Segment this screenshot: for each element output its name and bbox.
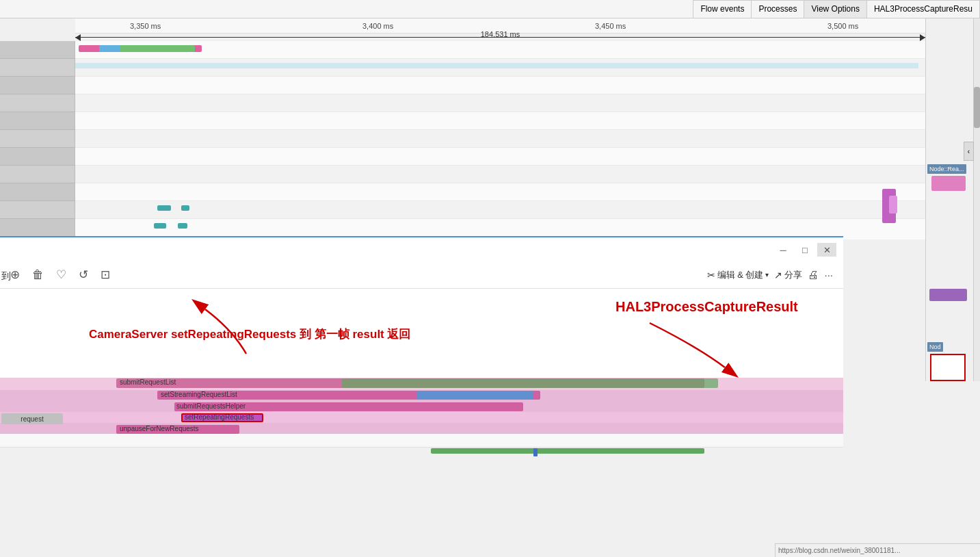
- view-options-button[interactable]: View Options: [804, 0, 866, 18]
- label-submit-helper: submitRequestsHelper: [176, 402, 246, 410]
- timeline-background: [0, 41, 925, 239]
- url-bar: https://blog.csdn.net/weixin_38001181...: [775, 543, 980, 557]
- node-label-2: Nod: [927, 342, 943, 352]
- time-mark-3: 3,450 ms: [595, 22, 626, 30]
- bar-teal-1: [157, 205, 171, 211]
- right-block-pink: [931, 176, 966, 191]
- scrollbar-thumb[interactable]: [974, 87, 980, 128]
- bar-streaming-blue: [417, 391, 533, 400]
- label-submit-request: submitRequestList: [120, 378, 176, 386]
- bar-teal-3: [154, 223, 166, 229]
- time-mark-1: 3,350 ms: [130, 22, 161, 30]
- request-label: request: [1, 413, 63, 424]
- bar-pink-right: [889, 196, 897, 213]
- bar-light-1: [75, 63, 918, 68]
- time-mark-2: 3,400 ms: [362, 22, 393, 30]
- close-button[interactable]: ✕: [817, 243, 836, 257]
- top-toolbar: Flow events Processes View Options HAL3P…: [0, 0, 980, 18]
- time-mark-4: 3,500 ms: [827, 22, 858, 30]
- flow-events-button[interactable]: Flow events: [693, 0, 751, 18]
- share-button[interactable]: ↗ 分享: [774, 269, 802, 281]
- right-block-purple: [929, 289, 967, 301]
- annotation-label-2: HAL3ProcessCaptureResult: [615, 299, 798, 315]
- right-panel: Node::Rea... Nod ‹: [925, 18, 980, 381]
- crop-tool[interactable]: ⊡: [101, 268, 110, 282]
- scrollbar[interactable]: [973, 18, 980, 381]
- processes-button[interactable]: Processes: [751, 0, 804, 18]
- label-streaming: setStreamingRequestList: [161, 391, 237, 398]
- annotation-window: ─ □ ✕ ⊕ 🗑 ♡ ↺ ⊡ ✂ 编辑 & 创建 ▾ ↗ 分享 🖨 ··· C…: [0, 236, 843, 557]
- bar-teal-2: [181, 205, 189, 211]
- label-unpause: unpauseForNewRequests: [120, 425, 199, 432]
- bar-bottom-green: [431, 448, 704, 454]
- duration-label: 184.531 ms: [75, 30, 925, 38]
- highlight-right-box: [930, 354, 966, 381]
- maximize-button[interactable]: □: [795, 243, 815, 257]
- bottom-timeline: request submitRequestList setStreamingRe…: [0, 378, 843, 557]
- print-button[interactable]: 🖨: [808, 269, 819, 281]
- bar-green-1: [120, 45, 195, 52]
- node-label-1: Node::Rea...: [927, 164, 966, 174]
- annotation-content: CameraServer setRepeatingRequests 到 第一帧 …: [0, 289, 843, 557]
- annotation-label-1: CameraServer setRepeatingRequests 到 第一帧 …: [89, 326, 411, 342]
- delete-tool[interactable]: 🗑: [32, 268, 44, 282]
- label-repeating: setRepeatingRequests: [185, 413, 254, 421]
- bar-teal-4: [178, 223, 187, 229]
- arrow-2: [615, 313, 739, 381]
- hal-button[interactable]: HAL3ProcessCaptureResu: [866, 0, 980, 18]
- window-controls: ─ □ ✕: [773, 243, 836, 257]
- annotation-toolbar: ⊕ 🗑 ♡ ↺ ⊡ ✂ 编辑 & 创建 ▾ ↗ 分享 🖨 ···: [0, 261, 843, 289]
- minimize-button[interactable]: ─: [773, 243, 793, 257]
- edit-create-button[interactable]: ✂ 编辑 & 创建 ▾: [707, 269, 769, 281]
- left-edge-label: 到: [1, 270, 11, 283]
- more-button[interactable]: ···: [824, 269, 833, 281]
- heart-tool[interactable]: ♡: [56, 268, 66, 282]
- bar-blue-tick: [533, 448, 538, 456]
- zoom-in-tool[interactable]: ⊕: [10, 268, 20, 282]
- collapse-button[interactable]: ‹: [964, 142, 974, 161]
- left-sidebar: [0, 41, 75, 239]
- bar-submit-green: [342, 378, 718, 388]
- refresh-tool[interactable]: ↺: [79, 268, 88, 282]
